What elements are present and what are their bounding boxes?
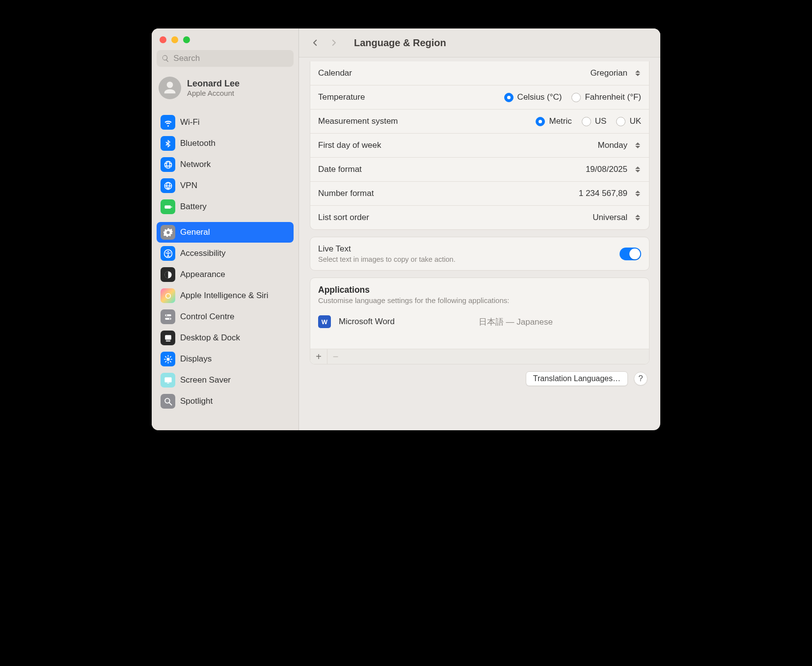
radio-label: US — [595, 116, 607, 126]
measurement-label: Measurement system — [318, 116, 398, 126]
sidebar-item-label: VPN — [180, 181, 197, 191]
sidebar-item-label: Bluetooth — [180, 139, 216, 148]
applications-list: WMicrosoft Word日本語 — Japanese — [310, 310, 649, 349]
svg-line-28 — [169, 402, 171, 405]
temperature-radio-group: Celsius (°C)Fahrenheit (°F) — [504, 92, 641, 102]
number-format-label: Number format — [318, 189, 374, 198]
application-language: 日本語 — Japanese — [479, 316, 553, 328]
search-field[interactable] — [157, 50, 294, 67]
close-window-button[interactable] — [160, 36, 166, 43]
displays-icon — [161, 352, 175, 366]
svg-rect-15 — [165, 340, 170, 341]
sidebar-item-label: Appearance — [180, 270, 225, 279]
svg-rect-14 — [165, 335, 171, 340]
search-input[interactable] — [173, 54, 289, 63]
word-app-icon: W — [318, 315, 331, 328]
chevron-left-icon — [311, 38, 320, 47]
temperature-radio-celsius-c[interactable]: Celsius (°C) — [504, 92, 562, 102]
svg-rect-4 — [164, 205, 171, 208]
window-controls — [157, 33, 294, 50]
spotlight-icon — [161, 394, 175, 409]
sidebar-item-control-centre[interactable]: Control Centre — [157, 306, 294, 327]
live-text-sub: Select text in images to copy or take ac… — [318, 255, 456, 263]
list-sort-row[interactable]: List sort order Universal — [310, 205, 649, 229]
sidebar-item-bluetooth[interactable]: Bluetooth — [157, 133, 294, 154]
sidebar-item-label: Apple Intelligence & Siri — [180, 291, 269, 301]
account-subtitle: Apple Account — [187, 89, 240, 97]
svg-line-24 — [170, 356, 171, 357]
sidebar-item-screen-saver[interactable]: Screen Saver — [157, 370, 294, 390]
calendar-row[interactable]: Calendar Gregorian — [310, 61, 649, 85]
radio-dot-icon — [571, 93, 581, 102]
number-format-row[interactable]: Number format 1 234 567,89 — [310, 181, 649, 205]
main-panel: Language & Region Calendar Gregorian Tem… — [299, 28, 660, 430]
toolbar: Language & Region — [299, 28, 660, 57]
temperature-radio-fahrenheit-f[interactable]: Fahrenheit (°F) — [571, 92, 641, 102]
sidebar-item-vpn[interactable]: VPN — [157, 175, 294, 196]
first-day-value: Monday — [598, 140, 627, 150]
page-title: Language & Region — [354, 37, 446, 49]
measurement-radio-us[interactable]: US — [582, 116, 607, 126]
list-sort-value: Universal — [593, 213, 627, 222]
sidebar-item-wi-fi[interactable]: Wi-Fi — [157, 112, 294, 133]
svg-point-12 — [165, 314, 167, 316]
help-icon: ? — [638, 374, 643, 384]
sidebar-item-appearance[interactable]: Appearance — [157, 264, 294, 285]
temperature-row: Temperature Celsius (°C)Fahrenheit (°F) — [310, 85, 649, 109]
measurement-radio-group: MetricUSUK — [536, 116, 641, 126]
sidebar-item-label: Spotlight — [180, 396, 213, 406]
svg-rect-26 — [167, 383, 169, 384]
svg-line-22 — [170, 361, 171, 362]
sidebar-item-desktop-dock[interactable]: Desktop & Dock — [157, 328, 294, 348]
sidebar-item-displays[interactable]: Displays — [157, 349, 294, 369]
remove-application-button[interactable]: − — [327, 349, 344, 364]
radio-dot-icon — [504, 93, 514, 102]
desktop-dock-icon — [161, 331, 175, 345]
svg-rect-5 — [171, 206, 172, 207]
date-format-row[interactable]: Date format 19/08/2025 — [310, 157, 649, 181]
apple-account-row[interactable]: Leonard Lee Apple Account — [157, 74, 294, 107]
first-day-label: First day of week — [318, 140, 381, 150]
applications-title: Applications — [310, 278, 649, 296]
svg-point-7 — [167, 251, 169, 252]
zoom-window-button[interactable] — [183, 36, 190, 43]
measurement-radio-uk[interactable]: UK — [616, 116, 641, 126]
add-application-button[interactable]: + — [310, 349, 327, 364]
sidebar: Leonard Lee Apple Account Wi-FiBluetooth… — [152, 28, 299, 430]
appearance-icon — [161, 267, 175, 282]
measurement-radio-metric[interactable]: Metric — [536, 116, 571, 126]
live-text-toggle[interactable] — [620, 248, 641, 260]
sidebar-item-general[interactable]: General — [157, 222, 294, 243]
calendar-label: Calendar — [318, 68, 352, 78]
first-day-row[interactable]: First day of week Monday — [310, 133, 649, 157]
avatar — [159, 77, 181, 99]
footer-row: Translation Languages… ? — [310, 364, 650, 386]
date-format-label: Date format — [318, 165, 362, 174]
sidebar-item-apple-intelligence-siri[interactable]: Apple Intelligence & Siri — [157, 285, 294, 306]
sidebar-item-label: Accessibility — [180, 249, 226, 258]
globe-icon — [161, 157, 175, 172]
sidebar-item-label: Screen Saver — [180, 375, 231, 385]
minimize-window-button[interactable] — [171, 36, 178, 43]
sidebar-item-network[interactable]: Network — [157, 154, 294, 175]
svg-point-13 — [169, 318, 170, 319]
sidebar-item-battery[interactable]: Battery — [157, 196, 294, 217]
forward-button[interactable] — [326, 35, 341, 50]
applications-sub: Customise language settings for the foll… — [310, 296, 649, 310]
sidebar-item-accessibility[interactable]: Accessibility — [157, 243, 294, 264]
search-icon — [162, 54, 169, 63]
date-format-value: 19/08/2025 — [586, 165, 627, 174]
translation-languages-button[interactable]: Translation Languages… — [526, 371, 628, 386]
radio-dot-icon — [616, 117, 625, 126]
account-name: Leonard Lee — [187, 79, 240, 89]
radio-label: UK — [629, 116, 641, 126]
help-button[interactable]: ? — [634, 372, 648, 386]
list-sort-label: List sort order — [318, 213, 369, 222]
application-row[interactable]: WMicrosoft Word日本語 — Japanese — [310, 310, 649, 349]
accessibility-icon — [161, 246, 175, 261]
live-text-label: Live Text — [318, 244, 456, 254]
back-button[interactable] — [308, 35, 323, 50]
svg-rect-3 — [167, 187, 168, 189]
sidebar-item-spotlight[interactable]: Spotlight — [157, 391, 294, 412]
radio-dot-icon — [582, 117, 591, 126]
